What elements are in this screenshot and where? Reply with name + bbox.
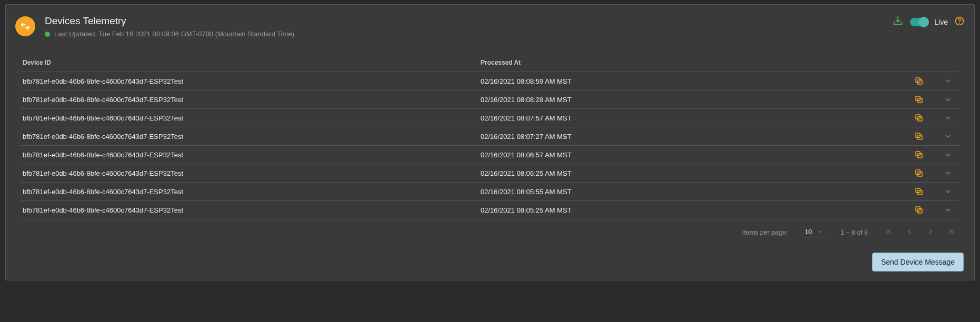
chevron-down-icon <box>944 132 952 140</box>
status-dot-icon <box>45 32 50 37</box>
chevron-down-icon <box>944 77 952 85</box>
items-per-page-select[interactable]: 10 <box>804 227 825 237</box>
chevron-down-icon <box>944 150 952 159</box>
last-page-icon <box>947 227 956 236</box>
chevron-right-icon <box>926 227 935 236</box>
header-left: Devices Telemetry Last Updated: Tue Feb … <box>15 15 294 38</box>
dropdown-icon <box>817 229 823 235</box>
table-row: bfb781ef-e0db-46b6-8bfe-c4600c7643d7-ESP… <box>21 164 959 182</box>
help-icon <box>954 16 965 26</box>
copy-button[interactable] <box>914 76 924 86</box>
telemetry-panel: Devices Telemetry Last Updated: Tue Feb … <box>5 4 975 280</box>
copy-button[interactable] <box>914 95 924 104</box>
cell-device-id: bfb781ef-e0db-46b6-8bfe-c4600c7643d7-ESP… <box>23 133 481 140</box>
copy-icon <box>914 132 924 141</box>
live-label: Live <box>934 18 948 26</box>
chevron-down-icon <box>944 187 952 196</box>
page-range: 1 – 8 of 8 <box>841 229 868 236</box>
chevron-down-icon <box>944 95 952 104</box>
panel-header: Devices Telemetry Last Updated: Tue Feb … <box>15 15 965 38</box>
table-row: bfb781ef-e0db-46b6-8bfe-c4600c7643d7-ESP… <box>21 72 959 90</box>
col-header-processed-at[interactable]: Processed At <box>481 59 894 66</box>
cell-processed-at: 02/16/2021 08:06:57 AM MST <box>481 151 894 159</box>
copy-icon <box>914 187 924 196</box>
toggle-knob <box>918 17 929 27</box>
table-header: Device ID Processed At <box>21 54 959 72</box>
copy-icon <box>914 113 924 123</box>
copy-button[interactable] <box>914 187 924 196</box>
copy-button[interactable] <box>914 132 924 141</box>
chevron-down-icon <box>944 206 952 214</box>
expand-row-button[interactable] <box>944 187 952 196</box>
last-updated-row: Last Updated: Tue Feb 16 2021 08:09:06 G… <box>45 30 294 38</box>
copy-icon <box>914 150 924 159</box>
copy-button[interactable] <box>914 150 924 159</box>
table-row: bfb781ef-e0db-46b6-8bfe-c4600c7643d7-ESP… <box>21 127 959 145</box>
cell-device-id: bfb781ef-e0db-46b6-8bfe-c4600c7643d7-ESP… <box>23 114 481 122</box>
chevron-down-icon <box>944 114 952 122</box>
copy-icon <box>914 95 924 104</box>
col-header-device-id[interactable]: Device ID <box>23 59 481 66</box>
page-title: Devices Telemetry <box>45 15 294 27</box>
cell-processed-at: 02/16/2021 08:08:59 AM MST <box>481 77 894 85</box>
cell-device-id: bfb781ef-e0db-46b6-8bfe-c4600c7643d7-ESP… <box>23 96 481 104</box>
help-button[interactable] <box>954 16 965 28</box>
cell-device-id: bfb781ef-e0db-46b6-8bfe-c4600c7643d7-ESP… <box>23 188 481 196</box>
copy-icon <box>914 76 924 86</box>
cell-device-id: bfb781ef-e0db-46b6-8bfe-c4600c7643d7-ESP… <box>23 169 481 177</box>
next-page-button[interactable] <box>926 227 935 238</box>
table-row: bfb781ef-e0db-46b6-8bfe-c4600c7643d7-ESP… <box>21 182 959 200</box>
table-body: bfb781ef-e0db-46b6-8bfe-c4600c7643d7-ESP… <box>21 72 959 219</box>
svg-point-1 <box>959 23 960 24</box>
cell-processed-at: 02/16/2021 08:07:27 AM MST <box>481 133 894 140</box>
chevron-down-icon <box>944 169 952 177</box>
copy-button[interactable] <box>914 205 924 215</box>
chevron-left-icon <box>905 227 914 236</box>
expand-row-button[interactable] <box>944 150 952 159</box>
cell-processed-at: 02/16/2021 08:08:28 AM MST <box>481 96 894 104</box>
panel-footer: Send Device Message <box>15 242 965 273</box>
cell-device-id: bfb781ef-e0db-46b6-8bfe-c4600c7643d7-ESP… <box>23 77 481 85</box>
expand-row-button[interactable] <box>944 114 952 122</box>
prev-page-button[interactable] <box>905 227 914 238</box>
table-row: bfb781ef-e0db-46b6-8bfe-c4600c7643d7-ESP… <box>21 200 959 219</box>
table-row: bfb781ef-e0db-46b6-8bfe-c4600c7643d7-ESP… <box>21 108 959 127</box>
header-right: Live <box>892 15 965 29</box>
copy-icon <box>914 168 924 178</box>
items-per-page-label: Items per page: <box>742 229 788 236</box>
copy-button[interactable] <box>914 168 924 178</box>
expand-row-button[interactable] <box>944 132 952 140</box>
download-button[interactable] <box>892 15 904 29</box>
copy-icon <box>914 205 924 215</box>
download-icon <box>892 15 904 27</box>
expand-row-button[interactable] <box>944 77 952 85</box>
table-row: bfb781ef-e0db-46b6-8bfe-c4600c7643d7-ESP… <box>21 145 959 164</box>
first-page-icon <box>884 227 893 236</box>
cell-processed-at: 02/16/2021 08:05:25 AM MST <box>481 206 894 214</box>
cell-processed-at: 02/16/2021 08:06:25 AM MST <box>481 169 894 177</box>
last-page-button[interactable] <box>947 227 956 238</box>
last-updated-text: Last Updated: Tue Feb 16 2021 08:09:06 G… <box>54 30 294 38</box>
telemetry-table: Device ID Processed At bfb781ef-e0db-46b… <box>15 54 965 242</box>
expand-row-button[interactable] <box>944 206 952 214</box>
send-device-message-button[interactable]: Send Device Message <box>872 253 964 271</box>
live-toggle[interactable] <box>910 18 928 26</box>
cell-processed-at: 02/16/2021 08:05:55 AM MST <box>481 188 894 196</box>
copy-button[interactable] <box>914 113 924 123</box>
telemetry-avatar-icon <box>15 16 35 36</box>
first-page-button[interactable] <box>884 227 893 238</box>
expand-row-button[interactable] <box>944 95 952 104</box>
items-per-page-value: 10 <box>805 228 812 236</box>
swap-icon <box>19 21 31 32</box>
expand-row-button[interactable] <box>944 169 952 177</box>
paginator: Items per page: 10 1 – 8 of 8 <box>21 219 959 242</box>
cell-processed-at: 02/16/2021 08:07:57 AM MST <box>481 114 894 122</box>
cell-device-id: bfb781ef-e0db-46b6-8bfe-c4600c7643d7-ESP… <box>23 151 481 159</box>
table-row: bfb781ef-e0db-46b6-8bfe-c4600c7643d7-ESP… <box>21 90 959 108</box>
cell-device-id: bfb781ef-e0db-46b6-8bfe-c4600c7643d7-ESP… <box>23 206 481 214</box>
